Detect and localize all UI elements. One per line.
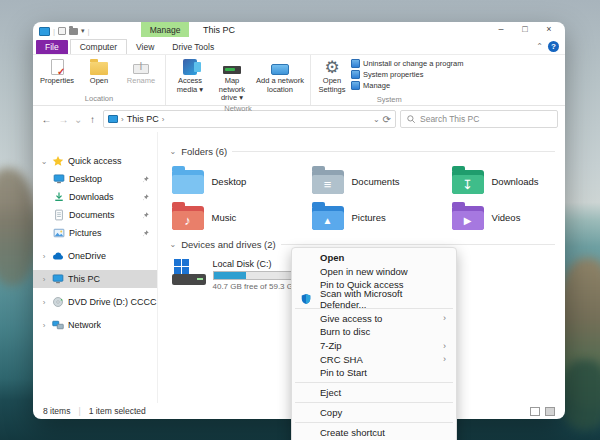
access-media-button[interactable]: Access media ▾ bbox=[170, 57, 210, 94]
rename-icon bbox=[131, 58, 151, 76]
maximize-button[interactable]: □ bbox=[513, 22, 537, 36]
properties-qat-icon[interactable] bbox=[58, 27, 66, 35]
sidebar-item-dvd-drive[interactable]: › DVD Drive (D:) CCCC bbox=[33, 293, 157, 311]
folder-tile-pictures[interactable]: ▲ Pictures bbox=[310, 199, 450, 235]
ribbon-group-location: Properties Open Rename Location bbox=[33, 55, 165, 105]
tab-view[interactable]: View bbox=[127, 40, 163, 54]
titlebar: | ▾ | Manage This PC – □ × bbox=[33, 22, 565, 38]
system-properties-button[interactable]: System properties bbox=[351, 70, 463, 79]
document-icon bbox=[53, 209, 65, 221]
details-view-icon[interactable] bbox=[545, 407, 555, 416]
map-network-drive-button[interactable]: Map network drive ▾ bbox=[212, 57, 252, 103]
recent-locations-icon[interactable]: ⌄ bbox=[74, 114, 82, 125]
folders-section-header[interactable]: ⌄ Folders (6) bbox=[170, 146, 566, 157]
menu-item-eject[interactable]: Eject bbox=[294, 386, 454, 400]
tab-computer[interactable]: Computer bbox=[70, 39, 127, 54]
music-folder-icon: ♪ bbox=[172, 206, 204, 230]
pin-icon bbox=[141, 229, 150, 238]
minimize-button[interactable]: – bbox=[489, 22, 513, 36]
sidebar-item-downloads[interactable]: Downloads bbox=[33, 188, 157, 206]
folder-tile-music[interactable]: ♪ Music bbox=[170, 199, 310, 235]
folder-tile-videos[interactable]: ▶ Videos bbox=[450, 199, 566, 235]
onedrive-cloud-icon bbox=[52, 250, 64, 262]
qat-dropdown-icon[interactable]: ▾ bbox=[81, 27, 85, 35]
system-properties-icon bbox=[351, 70, 360, 79]
local-disk-tile[interactable]: Local Disk (C:) 40.7 GB free of 59.3 GB bbox=[170, 256, 310, 294]
menu-item-copy[interactable]: Copy bbox=[294, 406, 454, 420]
forward-icon: → bbox=[57, 114, 70, 125]
properties-button[interactable]: Properties bbox=[37, 57, 77, 86]
menu-item-crc-sha[interactable]: CRC SHA› bbox=[294, 352, 454, 366]
defender-shield-icon bbox=[300, 293, 312, 305]
chevron-down-icon[interactable]: ⌄ bbox=[40, 157, 48, 166]
search-input[interactable] bbox=[420, 114, 552, 124]
chevron-down-icon: ⌄ bbox=[170, 240, 177, 249]
menu-separator bbox=[295, 422, 453, 423]
new-folder-qat-icon[interactable] bbox=[69, 28, 78, 35]
dvd-disc-icon bbox=[52, 296, 64, 308]
folder-tile-documents[interactable]: ≡ Documents bbox=[310, 163, 450, 199]
downloads-folder-icon: ↧ bbox=[452, 170, 484, 194]
chevron-right-icon[interactable]: › bbox=[40, 275, 48, 284]
group-label-system: System bbox=[315, 94, 463, 106]
add-network-location-button[interactable]: Add a network location bbox=[254, 57, 306, 94]
menu-item-7zip[interactable]: 7-Zip› bbox=[294, 339, 454, 353]
folder-tile-downloads[interactable]: ↧ Downloads bbox=[450, 163, 566, 199]
pin-icon bbox=[141, 211, 150, 220]
search-icon bbox=[406, 114, 416, 124]
sidebar-item-quick-access[interactable]: ⌄ Quick access bbox=[33, 152, 157, 170]
tab-manage[interactable]: Manage bbox=[141, 22, 189, 37]
menu-item-open[interactable]: Open bbox=[294, 251, 454, 265]
open-folder-icon bbox=[89, 58, 109, 76]
submenu-arrow-icon: › bbox=[443, 354, 446, 364]
open-settings-button[interactable]: ⚙ Open Settings bbox=[315, 57, 349, 94]
submenu-arrow-icon: › bbox=[443, 313, 446, 323]
folder-tile-desktop[interactable]: Desktop bbox=[170, 163, 310, 199]
close-button[interactable]: × bbox=[537, 22, 561, 36]
menu-item-scan-defender[interactable]: Scan with Microsoft Defender... bbox=[294, 292, 454, 306]
rename-button: Rename bbox=[121, 57, 161, 86]
pin-icon bbox=[141, 193, 150, 202]
breadcrumb-this-pc[interactable]: This PC bbox=[127, 114, 159, 124]
menu-separator bbox=[295, 402, 453, 403]
chevron-right-icon[interactable]: › bbox=[40, 298, 48, 307]
documents-folder-icon: ≡ bbox=[312, 170, 344, 194]
address-dropdown-icon[interactable]: ⌄ bbox=[373, 115, 380, 124]
desktop-icon bbox=[53, 173, 65, 185]
menu-item-create-shortcut[interactable]: Create shortcut bbox=[294, 425, 454, 439]
search-box[interactable] bbox=[400, 110, 558, 128]
sidebar-item-desktop[interactable]: Desktop bbox=[33, 170, 157, 188]
collapse-ribbon-icon[interactable]: ⌃ bbox=[536, 42, 543, 51]
local-disk-icon bbox=[172, 259, 206, 287]
gear-icon: ⚙ bbox=[322, 58, 342, 76]
this-pc-icon bbox=[52, 273, 64, 285]
network-icon bbox=[52, 319, 64, 331]
tab-drive-tools[interactable]: Drive Tools bbox=[163, 40, 223, 54]
download-icon bbox=[53, 191, 65, 203]
menu-item-open-new-window[interactable]: Open in new window bbox=[294, 265, 454, 279]
chevron-right-icon[interactable]: › bbox=[40, 252, 48, 261]
uninstall-program-button[interactable]: Uninstall or change a program bbox=[351, 59, 463, 68]
refresh-icon[interactable]: ⟳ bbox=[383, 114, 391, 125]
menu-item-burn-to-disc[interactable]: Burn to disc bbox=[294, 325, 454, 339]
help-icon[interactable]: ? bbox=[548, 41, 559, 52]
sidebar-item-pictures[interactable]: Pictures bbox=[33, 224, 157, 242]
back-icon[interactable]: ← bbox=[40, 114, 53, 125]
open-button[interactable]: Open bbox=[79, 57, 119, 86]
chevron-right-icon[interactable]: › bbox=[40, 321, 48, 330]
sidebar-item-this-pc[interactable]: › This PC bbox=[33, 270, 157, 288]
group-label-network: Network bbox=[170, 103, 306, 115]
up-icon[interactable]: ↑ bbox=[86, 114, 99, 125]
sidebar-item-documents[interactable]: Documents bbox=[33, 206, 157, 224]
ribbon-group-system: ⚙ Open Settings Uninstall or change a pr… bbox=[310, 55, 467, 105]
access-media-icon bbox=[180, 58, 200, 76]
menu-item-give-access[interactable]: Give access to› bbox=[294, 312, 454, 326]
tab-file[interactable]: File bbox=[36, 40, 68, 54]
manage-button[interactable]: Manage bbox=[351, 81, 463, 90]
sidebar-item-network[interactable]: › Network bbox=[33, 316, 157, 334]
list-view-icon[interactable] bbox=[530, 407, 540, 416]
menu-separator bbox=[295, 382, 453, 383]
menu-item-pin-to-start[interactable]: Pin to Start bbox=[294, 366, 454, 380]
ribbon-group-network: Access media ▾ Map network drive ▾ Add a… bbox=[165, 55, 310, 105]
sidebar-item-onedrive[interactable]: › OneDrive bbox=[33, 247, 157, 265]
